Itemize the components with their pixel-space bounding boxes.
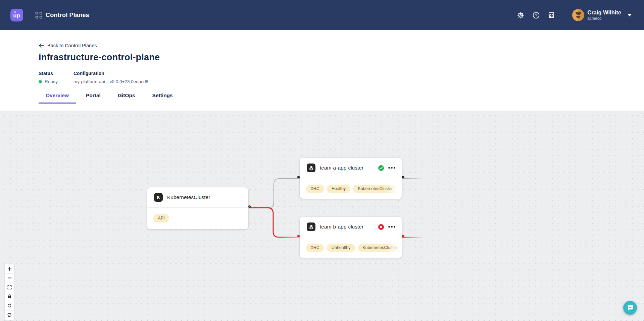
lock-button[interactable] xyxy=(5,292,14,302)
app-title: Control Planes xyxy=(46,12,89,19)
chat-launcher-button[interactable] xyxy=(623,301,637,315)
top-navbar: up Control Planes xyxy=(0,0,644,30)
unhealthy-x-icon xyxy=(378,224,384,230)
node-title: team-b-app-cluster xyxy=(320,224,363,230)
status-ready-dot xyxy=(39,80,42,83)
node-menu-button[interactable] xyxy=(388,225,395,229)
tab-portal[interactable]: Portal xyxy=(79,92,108,104)
back-to-control-planes-link[interactable]: Back to Control Planes xyxy=(39,43,97,48)
status-label: Status xyxy=(39,71,64,76)
apps-grid-icon xyxy=(36,12,42,18)
svg-text:?: ? xyxy=(535,13,537,17)
kubernetes-k-icon: K xyxy=(154,193,163,202)
user-menu[interactable]: Craig Wilhite acmeco xyxy=(587,9,621,21)
back-link-label: Back to Control Planes xyxy=(47,43,97,48)
page-header: Back to Control Planes infrastructure-co… xyxy=(0,30,644,111)
node-menu-button[interactable] xyxy=(388,166,395,170)
fit-view-button[interactable] xyxy=(5,283,14,292)
badge-api: API xyxy=(153,214,169,222)
tab-gitops[interactable]: GitOps xyxy=(111,92,142,104)
meta-row: Status Ready Configuration my-platform-a… xyxy=(39,71,644,84)
zoom-in-button[interactable] xyxy=(5,264,14,274)
node-kubernetescluster[interactable]: K KubernetesCluster API xyxy=(147,187,248,229)
badge-kubernetescluster: KubernetesCluster xyxy=(353,185,397,193)
marketplace-storefront-icon[interactable] xyxy=(547,11,556,19)
logo-text: up xyxy=(13,13,20,18)
configuration-label: Configuration xyxy=(73,71,148,76)
chat-bubble-icon xyxy=(627,304,634,311)
node-team-a-app-cluster[interactable]: team-a-app-cluster XRC Healthy Kubernete… xyxy=(300,158,402,199)
node-title: team-a-app-cluster xyxy=(320,165,363,171)
node-title: KubernetesCluster xyxy=(167,194,210,200)
status-value: Ready xyxy=(45,79,58,84)
user-avatar[interactable] xyxy=(572,9,584,21)
badge-kubernetescluster: KubernetesCluster xyxy=(358,244,402,252)
meta-divider xyxy=(64,70,64,85)
chevron-down-icon[interactable] xyxy=(628,14,632,16)
badge-xrc: XRC xyxy=(306,185,324,193)
user-name: Craig Wilhite xyxy=(587,9,621,16)
status-block: Status Ready xyxy=(39,71,64,84)
user-org: acmeco xyxy=(587,16,621,21)
configuration-name: my-platform-api xyxy=(73,79,105,84)
arrow-left-icon xyxy=(39,43,44,48)
badge-unhealthy: Unhealthy xyxy=(327,244,355,252)
graph-edges xyxy=(0,111,644,321)
layers-icon xyxy=(307,222,315,231)
healthy-check-icon xyxy=(378,165,384,171)
graph-canvas[interactable]: K KubernetesCluster API team-a-app-clust… xyxy=(0,111,644,321)
page-title: infrastructure-control-plane xyxy=(39,52,644,63)
rotate-button[interactable] xyxy=(5,301,14,311)
handle-source-right[interactable] xyxy=(402,176,404,178)
layers-icon xyxy=(307,164,315,172)
badge-xrc: XRC xyxy=(306,244,324,252)
tab-settings[interactable]: Settings xyxy=(145,92,180,104)
zoom-out-button[interactable] xyxy=(5,274,14,283)
sync-button[interactable] xyxy=(5,311,14,320)
handle-source-right[interactable] xyxy=(248,205,251,208)
handle-source-right[interactable] xyxy=(402,235,404,237)
handle-target-left[interactable] xyxy=(297,235,300,237)
tab-bar: Overview Portal GitOps Settings xyxy=(39,92,644,104)
configuration-block: Configuration my-platform-api v0.0.0+23.… xyxy=(73,71,148,84)
handle-target-left[interactable] xyxy=(297,176,300,178)
badge-healthy: Healthy xyxy=(327,185,350,193)
upbound-logo[interactable]: up xyxy=(10,9,23,21)
tab-overview[interactable]: Overview xyxy=(39,92,76,104)
canvas-controls xyxy=(4,264,14,320)
navbar-right: ? Craig Wilhite acmeco xyxy=(509,9,632,21)
node-team-b-app-cluster[interactable]: team-b-app-cluster XRC Unhealthy Kuberne… xyxy=(300,217,402,258)
help-icon[interactable]: ? xyxy=(532,11,540,19)
settings-gear-icon[interactable] xyxy=(516,11,525,19)
k-letter: K xyxy=(157,195,160,200)
configuration-version: v0.0.0+23.0edacd8 xyxy=(110,79,148,84)
